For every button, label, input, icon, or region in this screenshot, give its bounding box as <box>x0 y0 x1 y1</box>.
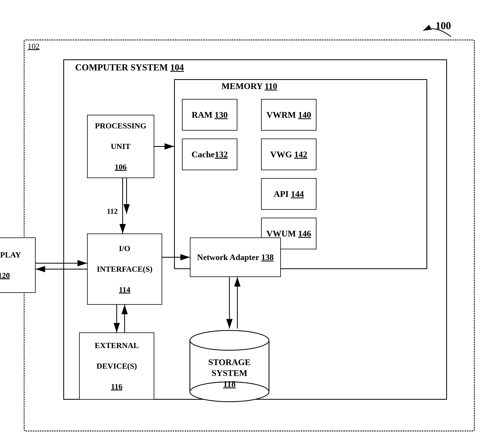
io-interface-box: I/O INTERFACE(S) 114 <box>87 234 162 305</box>
svg-text:SYSTEM: SYSTEM <box>212 368 248 378</box>
storage-cylinder-svg: STORAGE SYSTEM 118 <box>182 328 277 404</box>
diagram-root: 100 102 COMPUTER SYSTEM 104 MEMORY 110 R… <box>12 16 486 439</box>
computer-system-label: COMPUTER SYSTEM 104 <box>75 62 184 73</box>
api-box: API 144 <box>261 178 316 210</box>
outer-box-label: 102 <box>28 42 40 51</box>
arrow-100-svg <box>419 21 455 41</box>
storage-system-box: STORAGE SYSTEM 118 <box>182 328 277 404</box>
display-box: DISPLAY 120 <box>0 238 36 293</box>
vwg-box: VWG 142 <box>261 139 316 170</box>
cache-box: Cache132 <box>182 139 237 170</box>
svg-point-4 <box>191 331 268 350</box>
svg-text:118: 118 <box>223 379 236 389</box>
processing-unit-box: PROCESSING UNIT 106 <box>87 115 154 178</box>
svg-text:STORAGE: STORAGE <box>208 357 250 367</box>
ram-box: RAM 130 <box>182 99 237 131</box>
vwrm-box: VWRM 140 <box>261 99 316 131</box>
memory-label: MEMORY 110 <box>221 81 277 91</box>
external-device-box: EXTERNAL DEVICE(S) 116 <box>79 333 154 400</box>
network-adapter-box: Network Adapter 138 <box>190 238 281 277</box>
